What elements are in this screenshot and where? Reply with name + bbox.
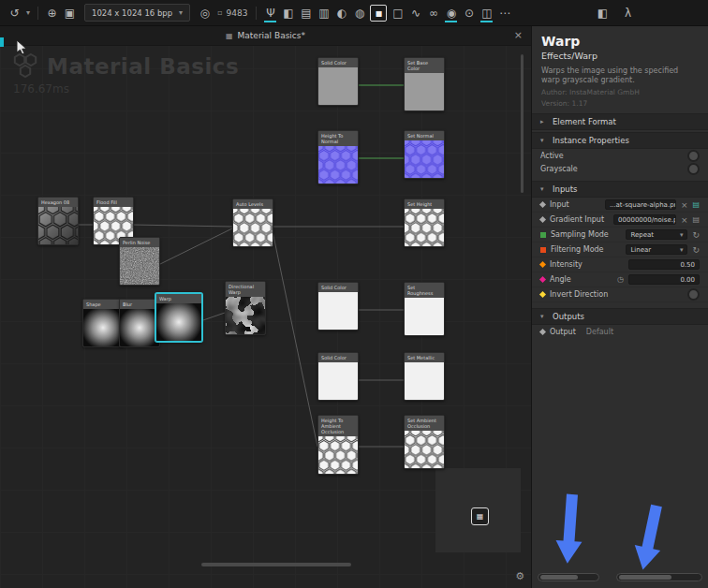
graph-node[interactable]: Perlin Noise: [119, 237, 160, 286]
graph-node[interactable]: Set Height: [404, 198, 445, 247]
param-square-icon: [540, 247, 546, 253]
reset-icon[interactable]: ↻: [692, 245, 700, 255]
angle-dial-icon[interactable]: ◷: [617, 275, 624, 284]
graph-node[interactable]: Solid Color: [317, 282, 359, 331]
panel-header-icons: ◧λ: [594, 4, 637, 22]
node-title: Directional Warp: [226, 282, 265, 297]
node-thumbnail: [318, 292, 358, 330]
clear-gradient-icon[interactable]: ×: [681, 215, 688, 225]
section-instance-properties[interactable]: ▾ Instance Properties: [532, 132, 708, 149]
undo-icon[interactable]: ↺: [6, 4, 23, 22]
param-square-icon: [540, 232, 546, 238]
param-diamond-icon: [539, 261, 546, 268]
horizontal-scrollbar[interactable]: [201, 563, 351, 566]
caret-down-icon[interactable]: ▾: [23, 4, 33, 22]
node-thumbnail: [405, 209, 444, 246]
param-diamond-icon: [539, 201, 546, 208]
section-label: Outputs: [553, 312, 584, 321]
input-row-angle: Angle ◷ 0.00: [532, 272, 708, 287]
section-outputs[interactable]: ▾ Outputs: [532, 308, 708, 325]
material-icon[interactable]: ◧: [594, 4, 612, 22]
node-title: Set Base Color: [405, 58, 444, 73]
image-icon[interactable]: ▤: [297, 4, 315, 22]
input-row-intensity: Intensity 0.50: [532, 257, 708, 272]
add-node-icon[interactable]: ⊕: [43, 4, 61, 22]
graph-node[interactable]: Height To Normal: [317, 130, 359, 184]
graph-node[interactable]: Height To Ambient Occlusion: [317, 415, 359, 475]
graph-node[interactable]: Solid Color: [317, 352, 359, 401]
node-title: Solid Color: [318, 58, 358, 67]
socket-icon[interactable]: Ψ: [261, 4, 279, 22]
graph-tab-title[interactable]: Material Basics*: [238, 31, 305, 40]
angle-field[interactable]: 0.00: [628, 274, 700, 285]
panel-scrollbar-right[interactable]: [616, 573, 702, 581]
image-preview-icon[interactable]: ▤: [692, 200, 700, 209]
pattern-icon[interactable]: ◍: [350, 4, 368, 22]
gradient-icon[interactable]: ▥: [315, 4, 332, 22]
grayscale-toggle[interactable]: [687, 163, 700, 175]
chain-icon[interactable]: ∞: [424, 4, 442, 22]
param-diamond-icon: [539, 328, 546, 334]
graph-node[interactable]: Warp: [155, 293, 202, 342]
graph-node[interactable]: Set Ambient Occlusion: [404, 415, 445, 469]
image-preview-icon[interactable]: ▤: [692, 215, 700, 224]
graph-node[interactable]: Directional Warp: [225, 281, 266, 335]
pin-icon[interactable]: ⊙: [460, 4, 478, 22]
graph-node[interactable]: Shape: [82, 299, 124, 347]
panel-scrollbar-left[interactable]: [538, 573, 599, 581]
gradient-file-field[interactable]: 00000000/noise.png: [613, 214, 676, 225]
invert-direction-toggle[interactable]: [687, 288, 700, 301]
graph-node[interactable]: Solid Color: [317, 57, 359, 106]
graph-node[interactable]: Set Base Color: [404, 57, 445, 111]
globe-icon[interactable]: ◉: [442, 4, 460, 22]
panel-author: Author: InstaMaterial GmbH: [541, 88, 699, 96]
close-tab-icon[interactable]: ×: [514, 29, 523, 41]
node-thumbnail: [318, 436, 358, 474]
graph-node[interactable]: Blur: [119, 299, 160, 347]
node-thumbnail: [38, 207, 78, 244]
node-title: Set Normal: [405, 131, 444, 140]
shape-icon[interactable]: ◧: [279, 4, 297, 22]
vertical-scrollbar[interactable]: [521, 54, 524, 193]
resolution-dropdown[interactable]: 1024 x 1024 16 bpp ▾: [84, 4, 190, 22]
intensity-field[interactable]: 0.50: [628, 259, 700, 270]
graph-node[interactable]: Set Metallic: [404, 352, 445, 401]
graph-icon[interactable]: ◫: [478, 4, 495, 22]
graph-node[interactable]: Hexagon 08: [37, 197, 79, 245]
chevron-right-icon: ▸: [540, 118, 547, 125]
section-inputs[interactable]: ▾ Inputs: [532, 181, 708, 198]
gear-icon[interactable]: ⚙: [515, 570, 524, 582]
reset-icon[interactable]: ↻: [692, 230, 700, 240]
frame-icon[interactable]: □: [389, 4, 406, 22]
node-title: Shape: [83, 300, 123, 309]
toolbar-separator: [37, 7, 38, 20]
input-file-field[interactable]: ...at-square-alpha.png: [605, 199, 676, 210]
node-graph-canvas[interactable]: ▦ Material Basics* × Material Basics 176…: [0, 26, 531, 588]
graph-node[interactable]: Set Normal: [404, 130, 445, 179]
node-thumbnail: [156, 303, 201, 341]
curve-icon[interactable]: ∿: [406, 4, 424, 22]
caret-down-icon: ▾: [680, 231, 684, 239]
function-icon[interactable]: λ: [619, 4, 637, 22]
clear-input-icon[interactable]: ×: [681, 200, 688, 210]
param-diamond-icon: [539, 276, 546, 283]
node-thumbnail: [318, 67, 358, 105]
active-toggle[interactable]: [687, 150, 700, 162]
filtering-mode-select[interactable]: Linear ▾: [626, 244, 687, 255]
chevron-down-icon: ▾: [540, 313, 547, 320]
node-thumbnail: [318, 362, 358, 400]
more-icon[interactable]: ⋯: [495, 4, 513, 22]
link-icon[interactable]: ◎: [196, 4, 214, 22]
save-icon[interactable]: ▣: [61, 4, 79, 22]
graph-node[interactable]: Auto Levels: [232, 198, 273, 247]
minimap[interactable]: ▦: [435, 468, 521, 552]
node-title: Height To Ambient Occlusion: [318, 416, 358, 436]
section-element-format[interactable]: ▸ Element Format: [532, 113, 708, 130]
blend-icon[interactable]: ◐: [332, 4, 350, 22]
toolbar-group-a: ↺▾⊕▣: [6, 4, 79, 22]
output-row: Output Default: [532, 325, 708, 338]
lock-icon[interactable]: ▪: [370, 5, 387, 22]
node-thumbnail: [405, 73, 444, 110]
graph-node[interactable]: Set Roughness: [404, 282, 445, 336]
sampling-mode-select[interactable]: Repeat ▾: [626, 229, 687, 240]
